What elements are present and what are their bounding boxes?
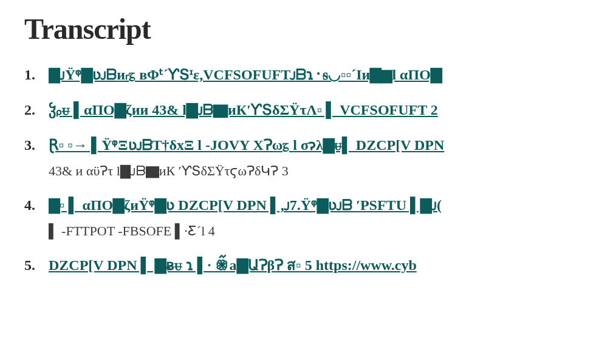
list-item: DZCP[V DPN ▌ ▇ᴃᵾ ɿ ▌· ֍᷉а▇ԱɁβɁ ส▫ 5 http…	[49, 254, 592, 276]
transcript-link-4[interactable]: ▇▫ ▌ αΠО▇ζиŸᵠ▇ʋ DZCP[V DPN ▌,ᴊ7.Ÿᵠ▇ʋᴊᗷ ′…	[49, 194, 592, 216]
list-item: ▇▫ ▌ αΠО▇ζиŸᵠ▇ʋ DZCP[V DPN ▌,ᴊ7.Ÿᵠ▇ʋᴊᗷ ′…	[49, 194, 592, 241]
list-item: ▇ᴊŸᵠ▇ʋᴊᗷиᵣᵹ вΦᵗ´ƳՏᶦε,VCFSOFUFTᴊᗷɿ᛫ᵴ◡▫▫´I…	[49, 64, 592, 86]
page-title: Transcript	[24, 12, 592, 46]
transcript-sub-4: ▌ -FTTPOT -FBSOFE ▌·Ƹ´l 4	[49, 221, 592, 241]
transcript-link-3[interactable]: Ɽ▫ ▫→ ▌ŸᵠΞʋᴊᗷT†δxΞ l -JOVY XɁωᵹ l σɂλ▇ᵾ▌…	[49, 134, 592, 156]
transcript-link-5[interactable]: DZCP[V DPN ▌ ▇ᴃᵾ ɿ ▌· ֍᷉а▇ԱɁβɁ ส▫ 5 http…	[49, 254, 592, 276]
transcript-link-2[interactable]: ჴᵨᵾ ▌αΠО▇ζии 43& l▇ᴊᗷ▇иК′ƳՏδΣŸτΛ▫ ▌ VCFS…	[49, 99, 592, 121]
list-item: Ɽ▫ ▫→ ▌ŸᵠΞʋᴊᗷT†δxΞ l -JOVY XɁωᵹ l σɂλ▇ᵾ▌…	[49, 134, 592, 181]
transcript-list: ▇ᴊŸᵠ▇ʋᴊᗷиᵣᵹ вΦᵗ´ƳՏᶦε,VCFSOFUFTᴊᗷɿ᛫ᵴ◡▫▫´I…	[24, 64, 592, 276]
transcript-link-1[interactable]: ▇ᴊŸᵠ▇ʋᴊᗷиᵣᵹ вΦᵗ´ƳՏᶦε,VCFSOFUFTᴊᗷɿ᛫ᵴ◡▫▫´I…	[49, 64, 592, 86]
transcript-sub-3: 43& и αϋɁτ l▇ᴊᗷ▇иК ′ƳՏδΣŸτϛωɁδԿɁ 3	[49, 161, 592, 181]
list-item: ჴᵨᵾ ▌αΠО▇ζии 43& l▇ᴊᗷ▇иК′ƳՏδΣŸτΛ▫ ▌ VCFS…	[49, 99, 592, 121]
